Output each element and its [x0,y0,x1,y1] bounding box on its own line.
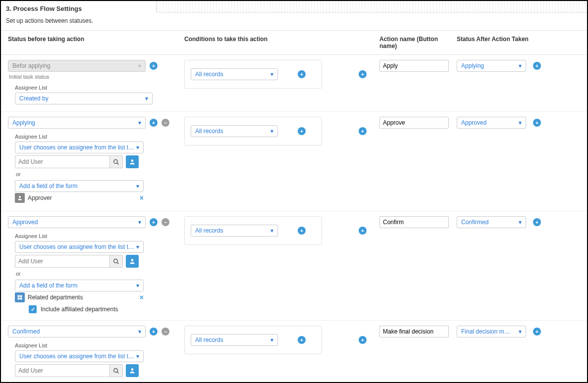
chevron-down-icon: ▾ [138,328,141,335]
remove-chip-button[interactable]: × [140,194,144,202]
after-status-dropdown[interactable]: Applying ▾ [457,60,526,72]
add-branch-button[interactable]: + [359,227,367,235]
chevron-down-icon: ▾ [519,219,522,226]
search-icon [113,368,119,374]
after-status-dropdown[interactable]: Confirmed ▾ [457,216,526,228]
assignee-dropdown[interactable]: Created by ▾ [15,93,153,104]
svg-point-13 [131,368,134,371]
col-after-label: Status After Action Taken [457,36,563,49]
chevron-down-icon: ▾ [270,227,273,234]
user-search-wrap [15,255,123,268]
add-field-dropdown-label: Add a field of the form [19,183,77,190]
col-status-label: Status before taking action [8,36,184,49]
add-after-button[interactable]: + [533,218,541,226]
assignee-dropdown-label: Created by [19,95,49,102]
assignee-dropdown-label: User chooses one assignee from the list … [19,243,134,250]
add-status-button[interactable]: + [150,62,158,70]
search-button[interactable] [109,365,122,377]
remove-chip-button[interactable]: × [140,293,144,301]
condition-dropdown[interactable]: All records ▾ [191,68,278,80]
user-icon [15,193,25,203]
svg-point-4 [114,259,118,263]
add-user-input[interactable] [15,365,109,377]
add-after-button[interactable]: + [533,62,541,70]
chevron-down-icon: ▾ [270,71,273,78]
after-status-dropdown[interactable]: Final decision m… ▾ [457,326,526,337]
assignee-list-label: Assignee List [15,233,179,239]
status-label: Confirmed [12,328,40,335]
svg-point-11 [114,368,118,372]
condition-dropdown[interactable]: All records ▾ [191,225,278,237]
after-status-label: Confirmed [461,219,488,226]
condition-box: All records ▾ + [184,216,322,245]
add-status-button[interactable]: + [150,328,158,335]
search-icon [113,159,119,165]
add-status-button[interactable]: + [150,119,158,127]
include-affiliated-checkbox[interactable]: ✓ [29,305,37,313]
remove-status-button[interactable]: – [161,119,169,127]
add-branch-button[interactable]: + [359,70,367,78]
add-field-dropdown[interactable]: Add a field of the form ▾ [15,180,144,192]
add-status-button[interactable]: + [150,218,158,226]
flow-row: Befor applying ▾ + Initial task status A… [1,55,587,112]
status-dropdown[interactable]: Confirmed ▾ [8,326,146,337]
add-after-button[interactable]: + [533,328,541,335]
add-condition-button[interactable]: + [298,336,306,344]
status-label: Befor applying [12,62,51,69]
after-status-dropdown[interactable]: Approved ▾ [457,117,526,129]
status-dropdown[interactable]: Approved ▾ [8,216,146,228]
after-status-label: Final decision m… [461,328,510,335]
assignee-dropdown-label: User chooses one assignee from the list … [19,144,134,151]
assignee-dropdown[interactable]: User chooses one assignee from the list … [15,241,144,253]
chevron-down-icon: ▾ [136,353,139,360]
svg-point-6 [131,259,134,261]
add-user-input[interactable] [15,156,109,168]
add-field-dropdown[interactable]: Add a field of the form ▾ [15,280,144,291]
add-condition-button[interactable]: + [298,127,306,135]
col-conditions-label: Conditions to take this action [184,36,379,49]
search-button[interactable] [109,156,122,168]
add-condition-button[interactable]: + [298,227,306,235]
chevron-down-icon: ▾ [270,336,273,343]
add-user-input[interactable] [15,255,109,267]
chevron-down-icon: ▾ [138,119,141,126]
add-after-button[interactable]: + [533,119,541,127]
org-picker-button[interactable] [126,364,139,377]
initial-status-hint: Initial task status [9,74,179,80]
chip-user-label: Approver [28,194,52,201]
action-name-input[interactable] [379,60,449,72]
action-name-input[interactable] [379,117,449,129]
status-dropdown-locked: Befor applying ▾ [8,60,146,72]
assignee-list-label: Assignee List [15,134,179,140]
condition-label: All records [195,336,223,343]
section-subtitle: Set up actions between statuses. [6,17,582,24]
department-icon [15,292,25,302]
search-button[interactable] [109,255,122,267]
add-branch-button[interactable]: + [359,336,367,344]
chevron-down-icon: ▾ [136,243,139,250]
assignee-dropdown[interactable]: User chooses one assignee from the list … [15,142,144,153]
condition-label: All records [195,128,223,135]
search-icon [113,258,119,265]
flow-row: Applying ▾ + – Assignee List User choose… [1,112,587,211]
user-search-wrap [15,364,123,377]
include-affiliated-label: Include affiliated departments [41,306,118,313]
remove-status-button[interactable]: – [161,218,169,226]
condition-box: All records ▾ + [184,326,322,354]
condition-dropdown[interactable]: All records ▾ [191,125,278,137]
org-icon [129,258,136,265]
org-picker-button[interactable] [126,155,139,168]
chevron-down-icon: ▾ [519,62,522,69]
org-picker-button[interactable] [126,255,139,268]
user-search-wrap [15,155,123,168]
action-name-input[interactable] [379,216,449,228]
add-branch-button[interactable]: + [359,127,367,135]
assignee-dropdown[interactable]: User chooses one assignee from the list … [15,350,144,362]
org-icon [129,367,136,374]
condition-dropdown[interactable]: All records ▾ [191,334,278,346]
status-dropdown[interactable]: Applying ▾ [8,117,146,129]
add-condition-button[interactable]: + [298,70,306,78]
remove-status-button[interactable]: – [161,328,169,335]
action-name-input[interactable] [379,326,449,337]
flow-row: Approved ▾ + – Assignee List User choose… [1,211,587,321]
